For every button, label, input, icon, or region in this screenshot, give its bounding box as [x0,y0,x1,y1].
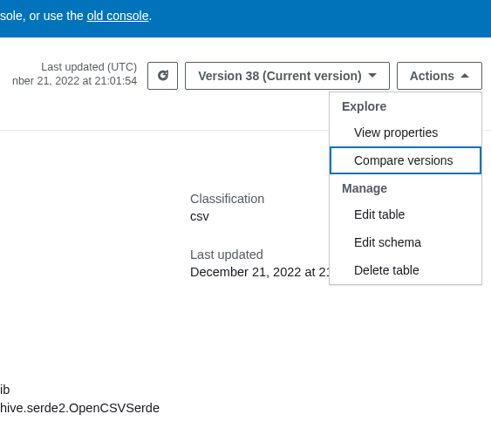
toolbar: Last updated (UTC) nber 21, 2022 at 21:0… [0,37,491,99]
refresh-button[interactable] [147,62,178,90]
banner-text-suffix: . [148,9,152,23]
serde-line2: hive.serde2.OpenCSVSerde [0,399,160,418]
version-selector-button[interactable]: Version 38 (Current version) [185,62,390,90]
notification-banner: sole, or use the old console. [0,0,491,37]
chevron-up-icon [460,73,469,78]
old-console-link[interactable]: old console [87,9,149,23]
actions-section-explore: Explore [330,92,481,119]
actions-section-manage: Manage [330,174,481,200]
last-updated-block: Last updated (UTC) nber 21, 2022 at 21:0… [12,60,137,90]
menu-item-edit-schema[interactable]: Edit schema [330,228,481,256]
serde-text: ib hive.serde2.OpenCSVSerde [0,381,160,419]
menu-item-edit-table[interactable]: Edit table [330,200,481,228]
actions-button-label: Actions [410,69,454,83]
banner-text: sole, or use the [0,9,87,23]
menu-item-view-properties[interactable]: View properties [330,119,481,146]
menu-item-compare-versions[interactable]: Compare versions [330,146,481,174]
refresh-icon [156,69,169,82]
version-selector-label: Version 38 (Current version) [198,69,362,83]
serde-line1: ib [0,381,160,400]
menu-item-delete-table[interactable]: Delete table [330,256,481,284]
last-updated-value: nber 21, 2022 at 21:01:54 [12,74,137,89]
chevron-down-icon [368,73,377,78]
actions-menu: Explore View properties Compare versions… [329,92,482,285]
actions-dropdown-wrap: Actions Explore View properties Compare … [397,62,482,90]
last-updated-label: Last updated (UTC) [12,60,137,75]
actions-button[interactable]: Actions [397,62,482,90]
